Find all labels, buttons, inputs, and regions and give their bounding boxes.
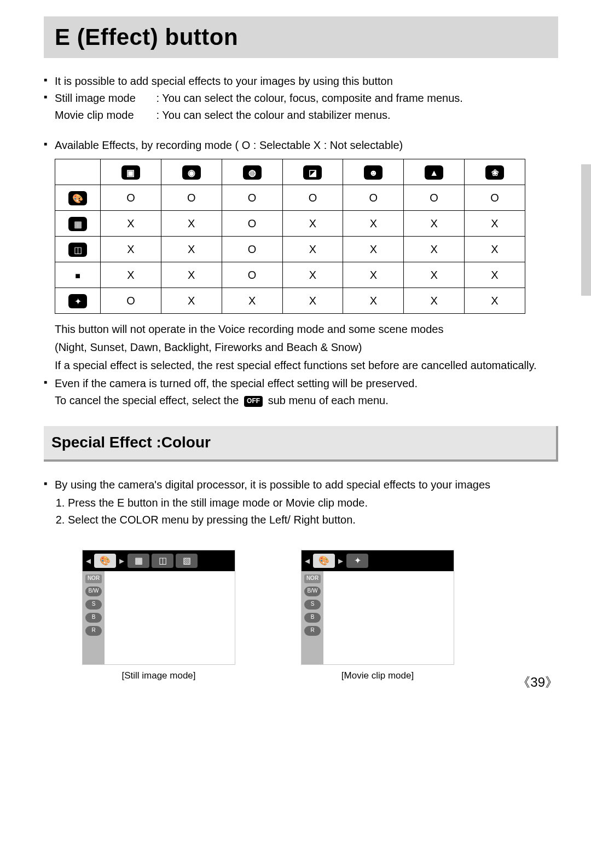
col-portrait: ☻	[343, 159, 404, 185]
side-b: B	[304, 613, 321, 623]
table-cell: X	[465, 262, 525, 288]
thumb-index-tab	[581, 164, 591, 296]
side-b: B	[85, 613, 102, 623]
mode-val: : You can select the colour and stabiliz…	[157, 109, 391, 121]
side-nor: NOR	[85, 574, 102, 583]
table-cell: X	[465, 288, 525, 314]
note-5b: sub menu of each menu.	[268, 394, 389, 406]
table-cell: X	[404, 237, 465, 262]
lcd-still: ◂ 🎨 ▸ ▦ ◫ ▧ NOR B/W S B R	[82, 550, 235, 665]
table-cell: X	[101, 262, 161, 288]
step-1: Press the E button in the still image mo…	[68, 495, 558, 511]
table-row: ✦OXXXXXX	[55, 288, 525, 314]
note-1: This button will not operate in the Voic…	[44, 321, 558, 337]
caption-still: [Still image mode]	[82, 669, 235, 683]
tab-colour-icon: 🎨	[313, 554, 335, 568]
table-corner	[55, 159, 101, 185]
table-cell: O	[222, 262, 282, 288]
frame-icon: ■	[68, 268, 87, 283]
palette-icon: 🎨	[68, 191, 87, 205]
col-movie: ▣	[101, 159, 161, 185]
table-cell: X	[282, 211, 343, 237]
table-cell: X	[343, 237, 404, 262]
lcd-topbar: ◂ 🎨 ▸ ✦	[302, 550, 454, 571]
table-row: ◫XXOXXXX	[55, 237, 525, 262]
landscape-icon: ▲	[425, 165, 443, 180]
camera-p-icon: ◍	[243, 165, 262, 180]
tab-focus-icon: ▦	[128, 554, 149, 568]
row-icon-cell: ✦	[55, 288, 101, 314]
content: It is possible to add special effects to…	[44, 73, 558, 682]
lcd-topbar: ◂ 🎨 ▸ ▦ ◫ ▧	[83, 550, 235, 571]
effects-tbody: 🎨OOOOOOO▦XXOXXXX◫XXOXXXX■XXOXXXX✦OXXXXXX	[55, 185, 525, 314]
off-icon: OFF	[244, 396, 263, 407]
camera-icon: ◉	[182, 165, 201, 180]
table-cell: O	[282, 185, 343, 211]
side-r: R	[304, 626, 321, 636]
intro-mode-still: Still image mode : You can select the co…	[44, 90, 558, 106]
table-cell: X	[343, 288, 404, 314]
note-4: Even if the camera is turned off, the sp…	[44, 376, 558, 392]
intro-line-1: It is possible to add special effects to…	[44, 73, 558, 89]
page-title: E (Effect) button	[55, 24, 547, 50]
focus-icon: ▦	[68, 217, 87, 231]
screenshot-movie: ◂ 🎨 ▸ ✦ NOR B/W S B R [Movie clip mode]	[301, 550, 454, 683]
chevron-left-icon: ◂	[304, 554, 311, 568]
note-5: To cancel the special effect, select the…	[44, 393, 558, 409]
movie-icon: ▣	[121, 165, 140, 180]
table-cell: O	[465, 185, 525, 211]
table-cell: X	[404, 262, 465, 288]
effects-matrix-table: ▣ ◉ ◍ ◪ ☻ ▲ ❀ 🎨OOOOOOO▦XXOXXXX◫XXOXXXX■X…	[55, 159, 525, 314]
col-macro: ❀	[465, 159, 525, 185]
table-cell: X	[282, 237, 343, 262]
tab-stabilizer-icon: ✦	[346, 554, 368, 568]
mode-key: Still image mode	[55, 90, 153, 106]
table-header-row: ▣ ◉ ◍ ◪ ☻ ▲ ❀	[55, 159, 525, 185]
table-cell: X	[222, 288, 282, 314]
steps-list: Press the E button in the still image mo…	[55, 495, 558, 528]
side-bw: B/W	[304, 587, 321, 596]
row-icon-cell: ◫	[55, 237, 101, 262]
side-bw: B/W	[85, 587, 102, 596]
caption-movie: [Movie clip mode]	[301, 669, 454, 683]
lcd-movie: ◂ 🎨 ▸ ✦ NOR B/W S B R	[301, 550, 454, 665]
side-nor: NOR	[304, 574, 321, 583]
table-cell: X	[161, 237, 222, 262]
table-cell: O	[161, 185, 222, 211]
note-3: If a special effect is selected, the res…	[44, 358, 558, 373]
table-cell: X	[101, 211, 161, 237]
col-scene: ◪	[282, 159, 343, 185]
mode-val: : You can select the colour, focus, comp…	[157, 92, 463, 104]
page-title-bar: E (Effect) button	[44, 16, 558, 58]
col-landscape: ▲	[404, 159, 465, 185]
table-cell: X	[101, 237, 161, 262]
chevron-right-icon: ▸	[118, 554, 125, 568]
stabilizer-icon: ✦	[68, 294, 87, 308]
portrait-icon: ☻	[364, 165, 383, 180]
screenshot-still: ◂ 🎨 ▸ ▦ ◫ ▧ NOR B/W S B R [St	[82, 550, 235, 683]
col-camera: ◉	[161, 159, 222, 185]
table-cell: X	[404, 211, 465, 237]
table-row: 🎨OOOOOOO	[55, 185, 525, 211]
table-row: ▦XXOXXXX	[55, 211, 525, 237]
section-heading-bar: Special Effect :Colour	[44, 426, 558, 462]
side-s: S	[304, 600, 321, 610]
col-camera-p: ◍	[222, 159, 282, 185]
table-cell: X	[161, 211, 222, 237]
table-cell: X	[465, 211, 525, 237]
row-icon-cell: ▦	[55, 211, 101, 237]
note-2: (Night, Sunset, Dawn, Backlight, Firewor…	[44, 340, 558, 355]
chevron-left-icon: ◂	[85, 554, 92, 568]
table-row: ■XXOXXXX	[55, 262, 525, 288]
intro-mode-movie: Movie clip mode : You can select the col…	[44, 107, 558, 123]
table-cell: O	[101, 288, 161, 314]
tab-frame-icon: ▧	[176, 554, 198, 568]
tab-colour-icon: 🎨	[94, 554, 116, 568]
table-cell: O	[343, 185, 404, 211]
table-cell: O	[222, 211, 282, 237]
available-effects-heading: Available Effects, by recording mode ( O…	[44, 137, 558, 153]
page-number: 《39》	[517, 674, 558, 691]
table-cell: O	[222, 185, 282, 211]
chevron-right-icon: ▸	[337, 554, 344, 568]
table-cell: X	[465, 237, 525, 262]
